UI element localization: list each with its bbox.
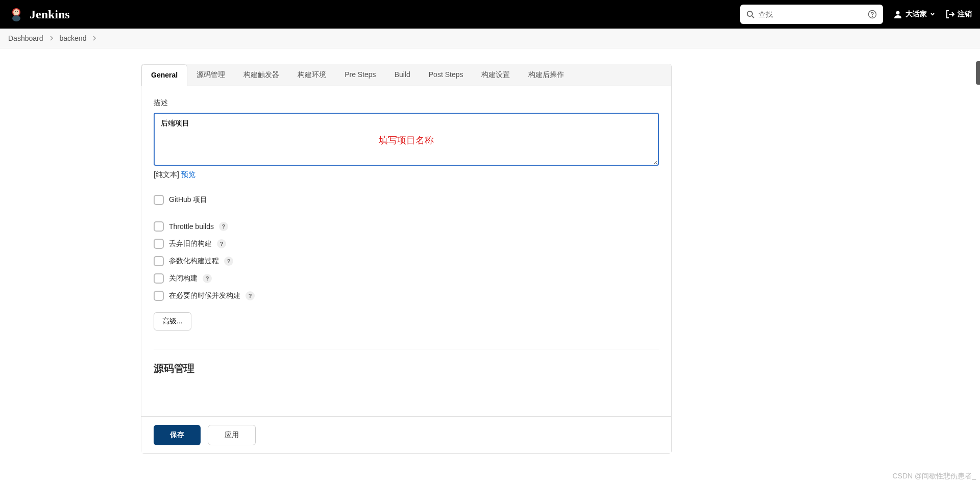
checkbox-parameterized[interactable] xyxy=(154,256,164,266)
checkbox-label: 关闭构建 xyxy=(169,274,198,283)
scm-section-title: 源码管理 xyxy=(154,362,659,375)
checkbox-label: 参数化构建过程 xyxy=(169,257,219,266)
description-label: 描述 xyxy=(154,98,659,108)
tab-build[interactable]: Build xyxy=(385,64,420,86)
chevron-right-icon xyxy=(92,36,96,41)
scrollbar-thumb[interactable] xyxy=(976,61,980,85)
brand-text: Jenkins xyxy=(30,8,70,21)
help-icon[interactable]: ? xyxy=(224,257,233,266)
jenkins-logo[interactable]: Jenkins xyxy=(8,6,70,22)
save-button[interactable]: 保存 xyxy=(154,425,201,445)
preview-link[interactable]: 预览 xyxy=(181,170,195,179)
tab-post-build[interactable]: 构建后操作 xyxy=(519,64,573,86)
checkbox-label: GitHub 项目 xyxy=(169,195,207,205)
top-header: Jenkins 大话家 注销 xyxy=(0,0,980,29)
help-icon[interactable]: ? xyxy=(219,222,228,231)
breadcrumb-item-backend[interactable]: backend xyxy=(60,34,87,42)
plain-text-label: [纯文本] xyxy=(154,170,179,179)
checkbox-label: 在必要的时候并发构建 xyxy=(169,291,240,300)
checkbox-discard-old[interactable] xyxy=(154,239,164,249)
username-label: 大话家 xyxy=(905,10,927,19)
tab-triggers[interactable]: 构建触发器 xyxy=(234,64,288,86)
help-icon[interactable]: ? xyxy=(203,274,212,283)
logout-button[interactable]: 注销 xyxy=(945,10,972,19)
tab-general[interactable]: General xyxy=(141,64,187,86)
description-textarea[interactable] xyxy=(154,113,659,166)
logout-icon xyxy=(945,10,954,19)
checkbox-label: Throttle builds xyxy=(169,222,214,231)
jenkins-icon xyxy=(8,6,24,22)
chevron-right-icon xyxy=(50,36,54,41)
svg-point-8 xyxy=(872,16,873,17)
svg-point-9 xyxy=(896,11,900,15)
svg-line-6 xyxy=(752,16,754,18)
search-box[interactable] xyxy=(740,5,883,24)
config-panel: General 源码管理 构建触发器 构建环境 Pre Steps Build … xyxy=(141,64,672,454)
tab-post-steps[interactable]: Post Steps xyxy=(420,64,473,86)
checkbox-github-project[interactable] xyxy=(154,195,164,205)
user-icon xyxy=(893,10,902,19)
checkbox-concurrent[interactable] xyxy=(154,291,164,301)
action-bar: 保存 应用 xyxy=(141,416,671,453)
help-icon[interactable] xyxy=(868,10,877,19)
svg-point-1 xyxy=(13,9,19,15)
advanced-button[interactable]: 高级... xyxy=(154,312,191,331)
breadcrumb-item-dashboard[interactable]: Dashboard xyxy=(8,34,43,42)
logout-label: 注销 xyxy=(958,10,972,19)
svg-point-2 xyxy=(12,15,20,21)
svg-point-5 xyxy=(747,11,752,16)
tab-pre-steps[interactable]: Pre Steps xyxy=(335,64,385,86)
help-icon[interactable]: ? xyxy=(217,239,226,248)
checkbox-disable[interactable] xyxy=(154,273,164,284)
tab-build-settings[interactable]: 构建设置 xyxy=(472,64,519,86)
user-menu[interactable]: 大话家 xyxy=(893,10,935,19)
checkbox-label: 丢弃旧的构建 xyxy=(169,239,212,248)
help-icon[interactable]: ? xyxy=(246,291,255,300)
tab-scm[interactable]: 源码管理 xyxy=(187,64,234,86)
chevron-down-icon xyxy=(930,12,935,17)
section-divider xyxy=(154,349,659,349)
breadcrumb: Dashboard backend xyxy=(0,29,980,48)
svg-point-4 xyxy=(17,11,18,12)
checkbox-throttle-builds[interactable] xyxy=(154,221,164,232)
config-tabs: General 源码管理 构建触发器 构建环境 Pre Steps Build … xyxy=(141,64,671,86)
svg-point-3 xyxy=(15,11,16,12)
search-input[interactable] xyxy=(754,10,868,18)
tab-env[interactable]: 构建环境 xyxy=(288,64,335,86)
search-icon xyxy=(746,10,754,18)
apply-button[interactable]: 应用 xyxy=(208,425,256,445)
